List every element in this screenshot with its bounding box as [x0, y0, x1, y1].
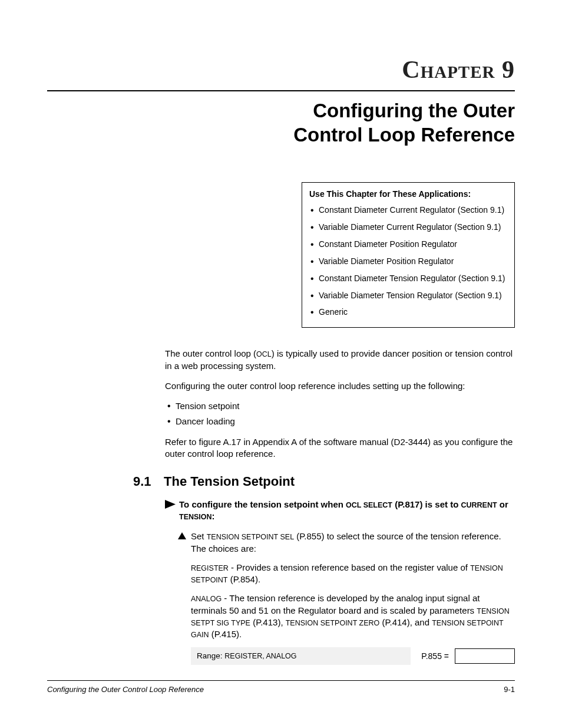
applications-box-title: Use This Chapter for These Applications:: [309, 189, 507, 200]
intro-para-1: The outer control loop (OCL) is typicall…: [165, 348, 515, 372]
intro-para-3: Refer to figure A.17 in Appendix A of th…: [165, 436, 515, 460]
list-item: Variable Diameter Tension Regulator (Sec…: [309, 290, 507, 301]
chapter-label: Chapter 9: [47, 53, 515, 87]
setup-list: Tension setpoint Dancer loading: [165, 400, 515, 428]
step-1: Set TENSION SETPOINT SEL (P.855) to sele…: [178, 531, 515, 555]
svg-marker-0: [165, 500, 176, 509]
list-item: Generic: [309, 307, 507, 318]
list-item: Tension setpoint: [165, 400, 515, 412]
section-heading: 9.1 The Tension Setpoint: [47, 473, 515, 490]
param-input-box[interactable]: [455, 648, 515, 664]
footer-page-number: 9-1: [504, 684, 515, 695]
chapter-number: 9: [502, 56, 515, 83]
applications-box: Use This Chapter for These Applications:…: [302, 182, 515, 328]
range-box: Range: REGISTER, ANALOG: [191, 647, 411, 665]
list-item: Dancer loading: [165, 416, 515, 427]
list-item: Constant Diameter Position Regulator: [309, 239, 507, 250]
page: Chapter 9 Configuring the Outer Control …: [0, 0, 562, 728]
list-item: Constant Diameter Current Regulator (Sec…: [309, 205, 507, 216]
footer-title: Configuring the Outer Control Loop Refer…: [47, 684, 204, 695]
range-value: REGISTER, ANALOG: [224, 652, 296, 660]
choice-register: REGISTER - Provides a tension reference …: [191, 562, 515, 586]
config-lead-text: To configure the tension setpoint when O…: [179, 499, 515, 523]
triangle-up-icon: [178, 532, 186, 539]
section-number: 9.1: [133, 473, 164, 490]
intro-block: The outer control loop (OCL) is typicall…: [165, 348, 515, 460]
list-item: Constant Diameter Tension Regulator (Sec…: [309, 273, 507, 284]
page-footer: Configuring the Outer Control Loop Refer…: [47, 680, 515, 695]
step-1-text: Set TENSION SETPOINT SEL (P.855) to sele…: [191, 531, 515, 555]
range-label: Range:: [197, 651, 224, 660]
list-item: Variable Diameter Current Regulator (Sec…: [309, 222, 507, 233]
chapter-word: Chapter: [402, 56, 495, 83]
section-title: The Tension Setpoint: [164, 473, 295, 490]
config-lead: To configure the tension setpoint when O…: [165, 499, 515, 523]
section-body: To configure the tension setpoint when O…: [165, 499, 515, 666]
triangle-right-icon: [165, 500, 176, 509]
param-equals-label: P.855 =: [411, 651, 455, 662]
chapter-title: Configuring the Outer Control Loop Refer…: [47, 98, 515, 147]
svg-marker-1: [178, 532, 186, 539]
choice-analog: ANALOG - The tension reference is develo…: [191, 592, 515, 640]
chapter-title-line1: Configuring the Outer: [313, 100, 515, 121]
chapter-rule: [47, 90, 515, 91]
list-item: Variable Diameter Position Regulator: [309, 256, 507, 267]
chapter-title-line2: Control Loop Reference: [293, 124, 515, 146]
intro-para-2: Configuring the outer control loop refer…: [165, 380, 515, 392]
param-row: Range: REGISTER, ANALOG P.855 =: [191, 647, 515, 665]
applications-list: Constant Diameter Current Regulator (Sec…: [309, 205, 507, 318]
